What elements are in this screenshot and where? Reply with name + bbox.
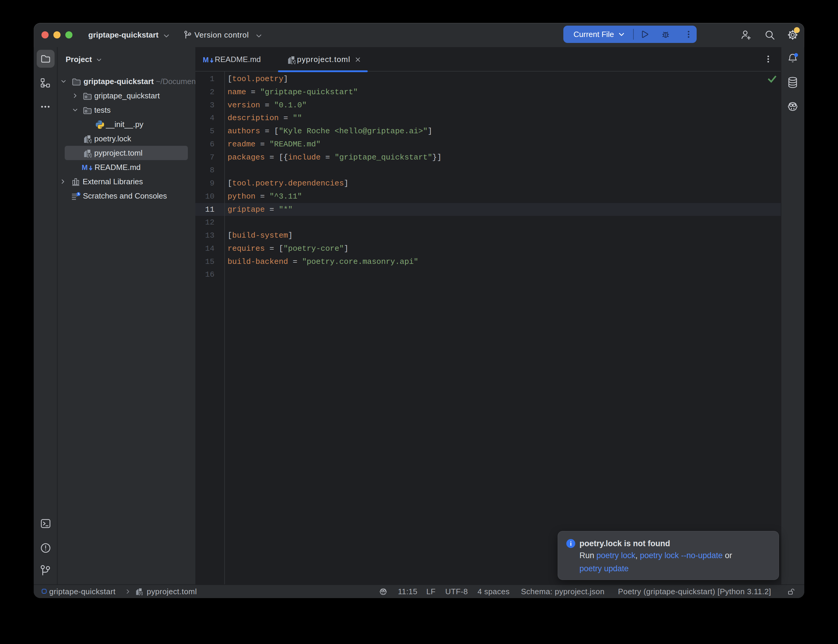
- svg-text:M: M: [203, 56, 209, 64]
- svg-text:M: M: [82, 163, 88, 171]
